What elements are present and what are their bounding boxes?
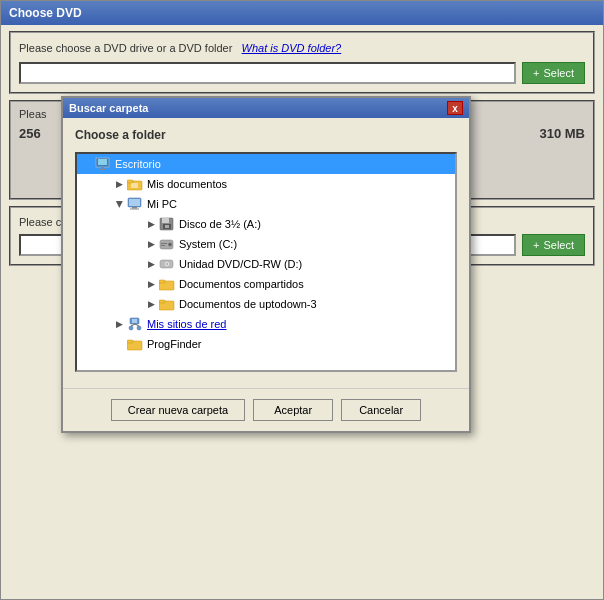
hdd-icon [159,236,175,252]
dialog-title-label: Buscar carpeta [69,102,149,114]
computer-icon [127,196,143,212]
buscar-carpeta-dialog: Buscar carpeta x Choose a folder [61,96,471,433]
svg-rect-28 [132,319,137,323]
folder-shared-icon [159,276,175,292]
network-icon [127,316,143,332]
tree-item-dvd-d[interactable]: Unidad DVD/CD-RW (D:) [109,254,455,274]
label-docs-uptodown: Documentos de uptodown-3 [179,298,317,310]
label-floppy: Disco de 3½ (A:) [179,218,261,230]
toggle-floppy[interactable] [145,218,157,230]
svg-point-29 [129,326,133,330]
label-system-c: System (C:) [179,238,237,250]
tree-item-network[interactable]: Mis sitios de red [93,314,455,334]
toggle-system-c[interactable] [145,238,157,250]
target-select-icon: + [533,239,539,251]
svg-rect-1 [98,159,107,165]
dvd-select-button[interactable]: + Select [522,62,585,84]
svg-point-17 [169,243,171,245]
select-label: Select [543,67,574,79]
svg-rect-8 [129,199,140,206]
folder-doc-icon [127,176,143,192]
what-is-dvd-link[interactable]: What is DVD folder? [242,42,342,54]
svg-rect-2 [101,167,104,169]
svg-rect-10 [130,209,139,210]
dialog-subtitle: Choose a folder [75,128,457,142]
monitor-icon [95,156,111,172]
toggle-mis-documentos[interactable] [113,178,125,190]
select-icon: + [533,67,539,79]
dialog-body: Choose a folder Escritorio [63,118,469,382]
placeholder-label-1: Pleas [19,108,47,120]
cancel-button[interactable]: Cancelar [341,399,421,421]
toggle-docs-uptodown[interactable] [145,298,157,310]
target-select-button[interactable]: + Select [522,234,585,256]
dialog-close-button[interactable]: x [447,101,463,115]
target-select-label: Select [543,239,574,251]
svg-rect-34 [127,340,133,343]
label-network[interactable]: Mis sitios de red [147,318,226,330]
svg-rect-14 [165,225,169,228]
tree-item-system-c[interactable]: System (C:) [109,234,455,254]
label-mi-pc: Mi PC [147,198,177,210]
toggle-dvd-d[interactable] [145,258,157,270]
tree-item-docs-uptodown[interactable]: Documentos de uptodown-3 [109,294,455,314]
svg-rect-24 [159,280,165,283]
svg-point-22 [166,263,168,265]
title-label: Choose DVD [9,6,82,20]
toggle-network[interactable] [113,318,125,330]
new-folder-button[interactable]: Crear nueva carpeta [111,399,245,421]
tree-item-floppy[interactable]: Disco de 3½ (A:) [109,214,455,234]
folder-uptodown-icon [159,296,175,312]
label-progfinder: ProgFinder [147,338,201,350]
svg-rect-5 [127,180,133,183]
svg-rect-9 [132,207,137,209]
label-mis-documentos: Mis documentos [147,178,227,190]
accept-button[interactable]: Aceptar [253,399,333,421]
dialog-buttons: Crear nueva carpeta Aceptar Cancelar [63,388,469,431]
floppy-icon [159,216,175,232]
tree-item-progfinder[interactable]: ProgFinder [93,334,455,354]
title-bar: Choose DVD [1,1,603,25]
folder-tree[interactable]: Escritorio Mis documentos [75,152,457,372]
svg-rect-18 [161,243,167,244]
svg-rect-26 [159,300,165,303]
svg-rect-3 [99,169,106,170]
outer-window: Choose DVD Please choose a DVD drive or … [0,0,604,600]
toggle-mi-pc[interactable] [113,198,125,210]
dvd-section-label: Please choose a DVD drive or a DVD folde… [19,41,585,56]
svg-line-32 [135,324,139,326]
folder-progfinder-icon [127,336,143,352]
label-escritorio: Escritorio [115,158,161,170]
dvd-icon [159,256,175,272]
svg-point-30 [137,326,141,330]
tree-item-docs-compartidos[interactable]: Documentos compartidos [109,274,455,294]
placeholder-value-1: 256 [19,126,41,141]
dvd-path-input[interactable] [19,62,516,84]
tree-item-mis-documentos[interactable]: Mis documentos [93,174,455,194]
toggle-docs-compartidos[interactable] [145,278,157,290]
svg-rect-12 [162,218,169,223]
svg-rect-6 [131,183,138,188]
toggle-progfinder [113,338,125,350]
toggle-escritorio [81,158,93,170]
label-dvd-d: Unidad DVD/CD-RW (D:) [179,258,302,270]
placeholder-right-1: 310 MB [539,126,585,141]
dialog-title-bar: Buscar carpeta x [63,98,469,118]
tree-item-escritorio[interactable]: Escritorio [77,154,455,174]
tree-item-mi-pc[interactable]: Mi PC [93,194,455,214]
svg-line-31 [131,324,135,326]
label-docs-compartidos: Documentos compartidos [179,278,304,290]
dvd-section: Please choose a DVD drive or a DVD folde… [9,31,595,94]
svg-rect-19 [161,245,165,246]
